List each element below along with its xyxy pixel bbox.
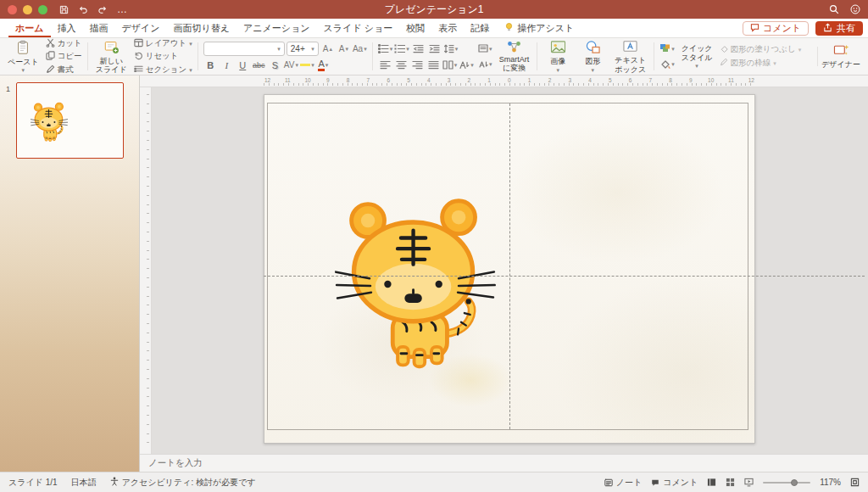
tell-me-assist[interactable]: 操作アシスト	[504, 19, 574, 37]
save-icon[interactable]	[59, 5, 69, 14]
ribbon-tab[interactable]: 画面切り替え	[167, 19, 237, 37]
comment-bubble-icon	[651, 478, 659, 487]
shrink-font-button[interactable]: A▾	[337, 42, 351, 55]
caret-down-icon: ▾	[189, 41, 192, 47]
columns-button[interactable]: ▾	[442, 58, 458, 71]
text-highlight-button[interactable]: ▾	[300, 59, 314, 72]
strikethrough-button[interactable]: abc	[252, 59, 266, 72]
ribbon-tab[interactable]: 挿入	[51, 19, 83, 37]
font-name-combobox[interactable]: ▾	[203, 42, 285, 56]
bullets-button[interactable]: ▾	[378, 42, 393, 55]
undo-icon[interactable]	[78, 5, 88, 14]
ruler-number: 1	[526, 77, 533, 83]
layout-button[interactable]: レイアウト ▾	[134, 38, 192, 49]
underline-button[interactable]: U	[236, 59, 250, 72]
increase-indent-button[interactable]	[427, 42, 442, 55]
ribbon-tab[interactable]: 校閲	[399, 19, 431, 37]
more-commands-icon[interactable]: …	[117, 6, 128, 13]
status-left: スライド 1/1 日本語 アクセシビリティ: 検討が必要です	[8, 477, 256, 489]
designer-label: デザイナー	[821, 60, 860, 69]
ribbon-tab[interactable]: スライド ショー	[317, 19, 400, 37]
slide-sorter-view-button[interactable]	[726, 478, 735, 487]
font-size-combobox[interactable]: 24+ ▾	[287, 42, 319, 56]
shape-fill-button[interactable]: 図形の塗りつぶし ▾	[720, 44, 802, 55]
vertical-ruler[interactable]	[140, 87, 152, 454]
horizontal-guide[interactable]	[264, 276, 865, 277]
grow-font-button[interactable]: A▴	[320, 42, 335, 55]
shape-outline-button[interactable]: 図形の枠線 ▾	[720, 58, 802, 69]
search-icon[interactable]	[829, 4, 839, 14]
ribbon-tab[interactable]: デザイン	[115, 19, 167, 37]
text-direction-button[interactable]: ▾	[459, 58, 474, 71]
normal-view-button[interactable]	[707, 478, 716, 487]
redo-icon[interactable]	[97, 5, 108, 14]
notes-toggle-button[interactable]: ノート	[604, 477, 642, 489]
align-right-button[interactable]	[410, 58, 425, 71]
reset-button[interactable]: リセット	[134, 51, 192, 62]
comments-toggle-button[interactable]: コメント	[651, 477, 698, 489]
align-left-button[interactable]	[378, 58, 392, 71]
justify-button[interactable]	[426, 58, 441, 71]
ribbon-tab[interactable]: 描画	[83, 19, 115, 37]
zoom-slider[interactable]	[763, 482, 810, 484]
comments-button[interactable]: コメント	[743, 21, 809, 36]
bold-button[interactable]: B	[203, 59, 218, 72]
close-button[interactable]	[8, 5, 17, 14]
zoom-window-button[interactable]	[38, 5, 47, 14]
slideshow-view-button[interactable]	[744, 478, 754, 487]
slide-thumbnail[interactable]	[16, 82, 124, 159]
fit-slide-to-window-button[interactable]	[850, 478, 860, 487]
cut-button[interactable]: カット	[46, 38, 82, 49]
new-slide-label: 新しい スライド	[96, 57, 127, 74]
ruler-number: 3	[445, 77, 453, 83]
slide[interactable]	[264, 94, 755, 444]
copy-label: コピー	[58, 51, 82, 62]
ribbon-tab[interactable]: 表示	[431, 19, 464, 37]
ribbon-tab[interactable]: 記録	[464, 19, 496, 37]
change-case-button[interactable]: Aa▾	[353, 42, 367, 55]
paste-button[interactable]: ペースト ▾	[5, 39, 42, 74]
share-button[interactable]: 共有	[815, 21, 863, 36]
convert-smartart-button[interactable]: SmartArt に変換	[497, 40, 532, 73]
align-center-button[interactable]	[394, 58, 409, 71]
zoom-level[interactable]: 117%	[820, 478, 841, 487]
arrange-button[interactable]: ▾	[659, 42, 675, 55]
notes-pane[interactable]: ノートを入力	[140, 454, 868, 472]
italic-button[interactable]: I	[220, 59, 234, 72]
shape-fill-bucket-button[interactable]: ▾	[659, 58, 675, 71]
section-button[interactable]: セクション ▾	[134, 64, 192, 75]
designer-button[interactable]: デザイナー	[819, 42, 863, 70]
account-icon[interactable]	[850, 4, 860, 14]
format-painter-button[interactable]: 書式	[46, 64, 82, 75]
insert-picture-button[interactable]: 画像 ▾	[542, 39, 573, 73]
clipboard-icon	[15, 40, 31, 57]
character-spacing-button[interactable]: AV▾	[284, 59, 298, 72]
comments-toggle-label: コメント	[663, 477, 698, 489]
tiger-drawing[interactable]	[335, 193, 496, 375]
slide-canvas[interactable]	[152, 87, 868, 454]
ruler-number: 2	[465, 77, 473, 83]
zoom-slider-knob[interactable]	[791, 479, 798, 486]
vertical-guide[interactable]	[509, 103, 510, 429]
align-text-button[interactable]: ▾	[478, 42, 492, 55]
font-color-button[interactable]: A▾	[316, 59, 331, 72]
quick-styles-button[interactable]: クイック スタイル ▾	[679, 43, 715, 69]
traffic-lights	[8, 5, 47, 14]
line-spacing-button[interactable]: ▾	[443, 42, 459, 55]
decrease-indent-button[interactable]	[411, 42, 426, 55]
ruler-number: 1	[486, 77, 493, 83]
caret-down-icon: ▾	[671, 46, 675, 52]
language-button[interactable]: 日本語	[71, 477, 97, 489]
new-slide-button[interactable]: 新しい スライド	[93, 38, 130, 75]
ribbon-tab[interactable]: ホーム	[8, 19, 51, 37]
insert-shapes-button[interactable]: 図形 ▾	[577, 39, 608, 73]
horizontal-ruler[interactable]: 1211109876543210123456789101112	[140, 75, 868, 87]
minimize-button[interactable]	[23, 5, 32, 14]
ribbon-tab[interactable]: アニメーション	[236, 19, 317, 37]
vertical-text-button[interactable]: ▾	[478, 58, 492, 71]
text-shadow-button[interactable]: S	[268, 59, 282, 72]
numbering-button[interactable]: ▾	[394, 42, 409, 55]
insert-textbox-button[interactable]: テキスト ボックス	[612, 38, 648, 74]
accessibility-button[interactable]: アクセシビリティ: 検討が必要です	[110, 477, 256, 489]
copy-button[interactable]: コピー	[46, 51, 82, 62]
